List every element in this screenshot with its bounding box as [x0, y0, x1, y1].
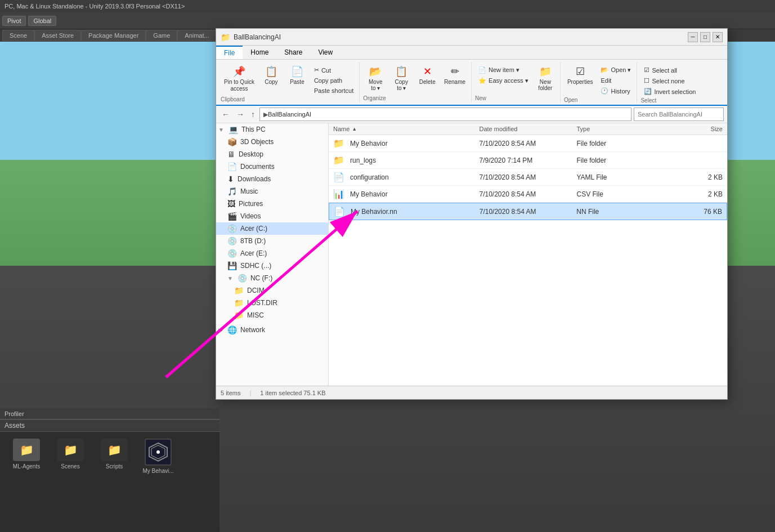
open-label: Open ▾ — [611, 66, 631, 74]
asset-nn-icon — [145, 439, 172, 466]
rename-label: Rename — [444, 79, 465, 85]
paste-button[interactable]: 📄 Paste — [285, 63, 310, 87]
pin-to-quick-access-button[interactable]: 📌 Pin to Quickaccess — [221, 63, 258, 95]
ribbon-tab-share[interactable]: Share — [276, 46, 310, 59]
this-pc-arrow: ▼ — [218, 127, 224, 133]
sidebar-item-network[interactable]: ▶ 🌐 Network — [216, 324, 328, 336]
tab-scene[interactable]: Scene — [2, 30, 34, 41]
invert-selection-button[interactable]: 🔄 Invert selection — [640, 87, 699, 96]
paste-shortcut-button[interactable]: Paste shortcut — [311, 86, 357, 95]
search-input[interactable] — [634, 108, 724, 121]
sidebar-item-acer-c[interactable]: 💿 Acer (C:) — [216, 222, 328, 235]
asset-ml-agents[interactable]: 📁 ML-Agents — [7, 439, 46, 474]
address-text: BallBalancingAI — [268, 111, 311, 118]
back-button[interactable]: ← — [219, 109, 232, 120]
sdhc-icon: 💾 — [227, 261, 237, 270]
open-button[interactable]: 📂 Open ▾ — [597, 65, 634, 75]
sidebar-item-this-pc[interactable]: ▼ 💻 This PC — [216, 123, 328, 136]
delete-button[interactable]: ✕ Delete — [415, 63, 440, 87]
paste-label: Paste — [290, 79, 304, 85]
file-row-configuration[interactable]: 📄 configuration 7/10/2020 8:54 AM YAML F… — [329, 169, 727, 186]
acer-c-icon: 💿 — [227, 224, 237, 233]
sidebar-item-documents[interactable]: 📄 Documents — [216, 160, 328, 173]
easy-access-button[interactable]: ⭐ Easy access ▾ — [475, 76, 532, 86]
8tb-d-icon: 💿 — [227, 236, 237, 245]
col-name[interactable]: Name ▲ — [333, 126, 480, 132]
file-date-my-behavior-folder: 7/10/2020 8:54 AM — [480, 140, 577, 147]
sidebar-item-pictures[interactable]: 🖼 Pictures — [216, 198, 328, 210]
organize-group-label: Organize — [363, 94, 469, 101]
sidebar-item-dcim[interactable]: 📁 DCIM — [216, 284, 328, 297]
sidebar-item-music[interactable]: 🎵 Music — [216, 185, 328, 198]
new-folder-label: Newfolder — [538, 79, 552, 91]
tab-animat[interactable]: Animat... — [177, 30, 216, 41]
nc-f-label: NC (F:) — [250, 274, 272, 282]
sidebar-item-videos[interactable]: 🎬 Videos — [216, 210, 328, 222]
sidebar-item-3d-objects[interactable]: 📦 3D Objects — [216, 136, 328, 148]
assets-grid: 📁 ML-Agents 📁 Scenes 📁 Scripts My Behavi… — [0, 432, 219, 481]
sidebar-item-misc[interactable]: 📁 MISC — [216, 309, 328, 321]
properties-button[interactable]: ☑ Properties — [564, 63, 597, 87]
file-date-my-behavior-nn: 7/10/2020 8:54 AM — [480, 208, 577, 216]
col-type[interactable]: Type — [577, 126, 674, 132]
ribbon-tab-view[interactable]: View — [310, 46, 341, 59]
minimize-button[interactable]: ─ — [688, 32, 698, 42]
title-bar-folder-icon: 📁 — [221, 33, 230, 42]
ribbon-tab-home[interactable]: Home — [243, 46, 276, 59]
pivot-button[interactable]: Pivot — [2, 16, 26, 26]
edit-button[interactable]: Edit — [597, 76, 634, 85]
select-none-button[interactable]: ☐ Select none — [640, 76, 699, 86]
rename-button[interactable]: ✏ Rename — [441, 63, 469, 87]
move-to-label: Moveto ▾ — [369, 79, 382, 91]
file-row-run-logs[interactable]: 📁 run_logs 7/9/2020 7:14 PM File folder — [329, 152, 727, 169]
asset-scenes[interactable]: 📁 Scenes — [51, 439, 90, 474]
sidebar-item-lost-dir[interactable]: 📁 LOST.DIR — [216, 297, 328, 309]
new-folder-icon: 📁 — [539, 65, 552, 78]
sidebar-item-acer-e[interactable]: 💿 Acer (E:) — [216, 247, 328, 260]
asset-scripts[interactable]: 📁 Scripts — [95, 439, 134, 474]
ribbon-tab-bar: File Home Share View — [216, 46, 727, 60]
history-button[interactable]: 🕐 History — [597, 86, 634, 96]
new-folder-button[interactable]: 📁 Newfolder — [533, 63, 558, 93]
sidebar-item-downloads[interactable]: ⬇ Downloads — [216, 173, 328, 185]
tab-asset-store[interactable]: Asset Store — [34, 30, 81, 41]
copy-to-button[interactable]: 📋 Copyto ▾ — [389, 63, 414, 93]
copy-icon: 📋 — [265, 65, 277, 78]
copy-to-icon: 📋 — [395, 65, 407, 78]
select-all-button[interactable]: ☑ Select all — [640, 65, 699, 75]
copy-path-button[interactable]: Copy path — [311, 76, 357, 85]
col-size[interactable]: Size — [674, 126, 723, 132]
maximize-button[interactable]: □ — [700, 32, 710, 42]
cut-button[interactable]: ✂ Cut — [311, 65, 357, 75]
profiler-label[interactable]: Profiler — [5, 410, 24, 417]
profiler-tab-bar: Profiler — [0, 408, 219, 419]
nc-f-icon: 💿 — [238, 274, 247, 283]
file-row-my-behavior-folder[interactable]: 📁 My Behavior 7/10/2020 8:54 AM File fol… — [329, 135, 727, 152]
col-date[interactable]: Date modified — [480, 126, 577, 132]
asset-my-behavior-nn[interactable]: My Behavi... — [138, 439, 178, 474]
tab-game[interactable]: Game — [146, 30, 177, 41]
copy-button[interactable]: 📋 Copy — [259, 63, 284, 87]
properties-icon: ☑ — [576, 65, 585, 78]
up-button[interactable]: ↑ — [249, 109, 257, 120]
close-button[interactable]: ✕ — [713, 32, 723, 42]
forward-button[interactable]: → — [234, 109, 247, 120]
sidebar-item-nc-f[interactable]: ▼ 💿 NC (F:) — [216, 272, 328, 284]
file-row-my-behavior-csv[interactable]: 📊 My Behavior 7/10/2020 8:54 AM CSV File… — [329, 186, 727, 203]
asset-scripts-icon: 📁 — [101, 439, 128, 461]
paste-icon: 📄 — [291, 65, 303, 78]
address-bar[interactable]: ▶ BallBalancingAI — [259, 108, 631, 121]
move-to-button[interactable]: 📂 Moveto ▾ — [363, 63, 388, 93]
sidebar-item-desktop[interactable]: 🖥 Desktop — [216, 148, 328, 160]
new-item-button[interactable]: 📄 New item ▾ — [475, 65, 532, 75]
global-button[interactable]: Global — [28, 16, 56, 26]
sidebar-item-8tb-d[interactable]: 💿 8TB (D:) — [216, 235, 328, 247]
file-name-my-behavior-nn: 📄 My Behavior.nn — [334, 206, 480, 217]
status-bar: 5 items | 1 item selected 75.1 KB — [216, 386, 727, 399]
properties-label: Properties — [567, 79, 593, 85]
sidebar-item-sdhc[interactable]: 💾 SDHC (...) — [216, 260, 328, 272]
file-row-my-behavior-nn[interactable]: 📄 My Behavior.nn 7/10/2020 8:54 AM NN Fi… — [329, 203, 727, 220]
ribbon-tab-file[interactable]: File — [216, 46, 243, 59]
copy-label: Copy — [265, 79, 277, 85]
tab-package-manager[interactable]: Package Manager — [81, 30, 146, 41]
